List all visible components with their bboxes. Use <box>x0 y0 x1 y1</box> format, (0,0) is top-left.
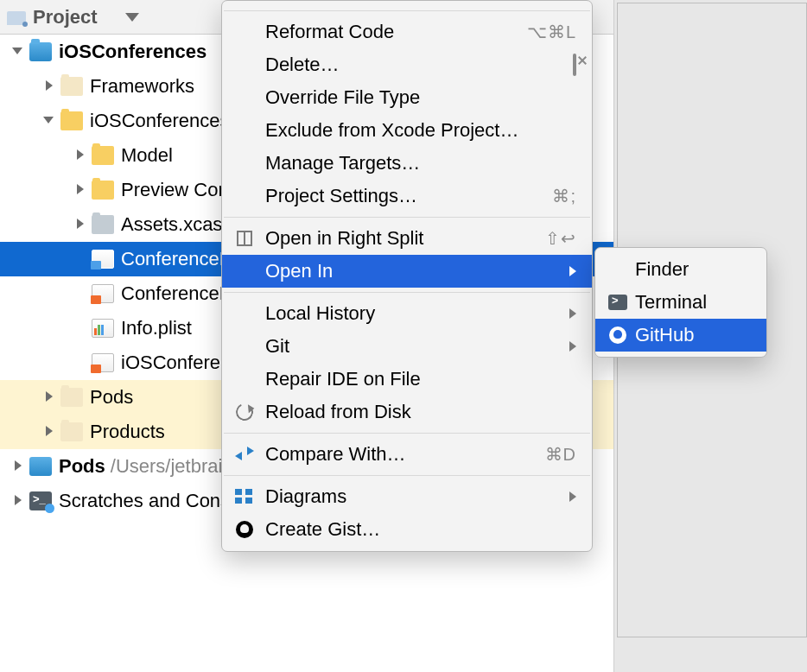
menu-item[interactable]: Project Settings…⌘; <box>222 180 592 212</box>
submenu-item-label: Terminal <box>635 291 707 314</box>
menu-item[interactable]: Local History <box>222 297 592 330</box>
panel-title: Project <box>33 6 98 29</box>
menu-item-label: Project Settings… <box>265 185 417 207</box>
si-term-icon <box>607 292 628 313</box>
menu-item[interactable]: Delete… <box>222 48 592 81</box>
file-icon <box>92 250 114 269</box>
arrow-placeholder <box>74 322 86 334</box>
file-icon <box>92 284 114 303</box>
tree-label: Products <box>90 421 165 443</box>
menu-item-label: Open in Right Split <box>265 227 423 250</box>
menu-item-label: Delete… <box>265 54 340 76</box>
menu-item-label: Repair IDE on File <box>265 368 421 390</box>
submenu-item[interactable]: Finder <box>595 253 766 286</box>
menu-item[interactable]: Manage Targets… <box>222 147 592 180</box>
chevron-right-icon[interactable] <box>43 391 55 403</box>
chevron-right-icon[interactable] <box>12 460 24 472</box>
menu-item-label: Open In <box>265 260 333 282</box>
tree-label: Model <box>121 144 173 167</box>
chevron-right-icon[interactable] <box>43 80 55 92</box>
chevron-right-icon <box>569 341 576 352</box>
chevron-right-icon[interactable] <box>12 495 24 507</box>
tree-label: Info.plist <box>121 317 192 339</box>
file-icon <box>60 388 83 407</box>
chevron-right-icon <box>569 308 576 319</box>
submenu-item[interactable]: GitHub <box>595 319 766 352</box>
file-icon: >_ <box>29 491 52 510</box>
menu-item[interactable]: Open in Right Split⇧↩ <box>222 222 592 255</box>
file-icon <box>60 77 83 96</box>
menu-item-label: Override File Type <box>265 86 420 109</box>
tree-label: Pods <box>59 455 105 478</box>
chevron-right-icon[interactable] <box>74 219 86 231</box>
menu-item[interactable]: Reformat Code⌥⌘L <box>222 16 592 48</box>
tree-label: iOSConferences <box>59 41 207 63</box>
arrow-placeholder <box>74 288 86 300</box>
arrow-placeholder <box>74 357 86 369</box>
chevron-right-icon[interactable] <box>74 149 86 162</box>
menu-separator <box>224 475 590 476</box>
menu-item-label: Reload from Disk <box>265 401 411 423</box>
menu-item[interactable]: Git <box>222 330 592 363</box>
file-icon <box>92 215 114 234</box>
mi-compare-icon <box>234 444 255 465</box>
menu-separator <box>224 10 590 11</box>
tree-label: iOSConferences <box>90 110 229 132</box>
file-icon <box>92 181 114 200</box>
file-icon <box>60 111 83 130</box>
delete-icon <box>573 55 576 75</box>
menu-item[interactable]: Compare With…⌘D <box>222 438 592 471</box>
submenu-item-label: Finder <box>635 258 689 281</box>
menu-item-label: Manage Targets… <box>265 152 420 174</box>
file-icon <box>92 146 114 165</box>
mi-diagram-icon <box>234 486 255 507</box>
file-icon <box>29 457 52 476</box>
menu-item-label: Create Gist… <box>265 518 380 541</box>
menu-item-label: Local History <box>265 302 375 325</box>
menu-item[interactable]: Exclude from Xcode Project… <box>222 114 592 147</box>
menu-item-label: Diagrams <box>265 485 346 508</box>
chevron-down-icon[interactable] <box>12 46 24 58</box>
menu-item-label: Git <box>265 335 289 358</box>
chevron-right-icon <box>569 266 576 276</box>
menu-item-label: Compare With… <box>265 443 406 466</box>
menu-separator <box>224 217 590 218</box>
chevron-right-icon <box>569 491 576 502</box>
tree-label: Pods <box>90 386 133 409</box>
mi-reload-icon <box>234 402 255 422</box>
menu-item[interactable]: Create Gist… <box>222 513 592 546</box>
menu-item[interactable]: Reload from Disk <box>222 396 592 428</box>
menu-shortcut: ⌘; <box>552 186 576 206</box>
chevron-right-icon[interactable] <box>43 426 55 438</box>
menu-shortcut: ⌘D <box>545 444 576 465</box>
project-icon <box>7 10 26 25</box>
submenu-item-label: GitHub <box>635 324 694 346</box>
menu-item[interactable]: Repair IDE on File <box>222 363 592 396</box>
file-icon <box>92 319 114 338</box>
menu-separator <box>224 433 590 434</box>
file-icon <box>92 353 114 372</box>
si-gh-icon <box>607 325 628 346</box>
menu-item[interactable]: Diagrams <box>222 480 592 513</box>
tree-label: Frameworks <box>90 75 194 98</box>
chevron-down-icon[interactable] <box>43 115 55 127</box>
menu-item[interactable]: Override File Type <box>222 81 592 114</box>
mi-split-icon <box>234 228 255 249</box>
arrow-placeholder <box>74 253 86 265</box>
menu-item-label: Exclude from Xcode Project… <box>265 119 518 142</box>
chevron-right-icon[interactable] <box>74 184 86 196</box>
menu-separator <box>224 292 590 293</box>
chevron-down-icon[interactable] <box>125 13 139 22</box>
file-icon <box>60 422 83 441</box>
submenu-item[interactable]: Terminal <box>595 286 766 319</box>
menu-shortcut: ⇧↩ <box>545 228 576 249</box>
menu-item-label: Reformat Code <box>265 21 394 43</box>
context-menu: Reformat Code⌥⌘LDelete…Override File Typ… <box>221 0 593 552</box>
menu-shortcut: ⌥⌘L <box>527 22 576 42</box>
mi-gist-icon <box>234 519 255 540</box>
open-in-submenu: FinderTerminalGitHub <box>594 247 767 358</box>
file-icon <box>29 42 52 61</box>
menu-item[interactable]: Open In <box>222 255 592 288</box>
